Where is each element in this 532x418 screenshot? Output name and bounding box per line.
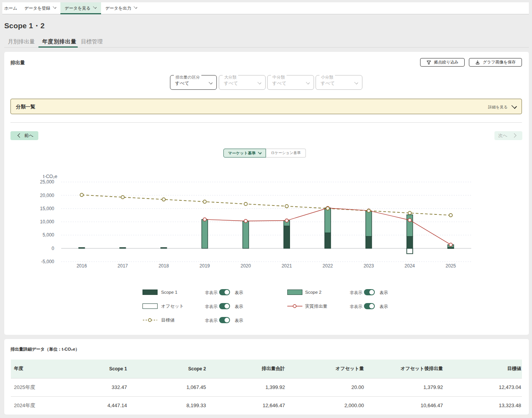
svg-text:2020: 2020 [240,263,251,269]
svg-text:-5,000: -5,000 [41,259,54,264]
svg-text:10,000: 10,000 [40,219,54,224]
svg-text:2018: 2018 [158,263,169,269]
svg-text:0: 0 [51,246,54,251]
svg-text:2017: 2017 [118,263,128,269]
svg-text:2023: 2023 [364,263,374,269]
svg-text:2021: 2021 [281,263,292,269]
svg-text:2024: 2024 [405,263,415,269]
svg-text:2022: 2022 [323,263,333,269]
svg-text:15,000: 15,000 [40,206,54,211]
svg-text:25,000: 25,000 [40,179,54,185]
svg-text:5,000: 5,000 [43,232,54,238]
svg-text:20,000: 20,000 [40,193,54,198]
svg-text:2016: 2016 [77,263,87,269]
svg-text:2025: 2025 [446,263,456,269]
svg-text:2019: 2019 [199,263,210,269]
svg-text:t-CO₂e: t-CO₂e [43,174,57,179]
